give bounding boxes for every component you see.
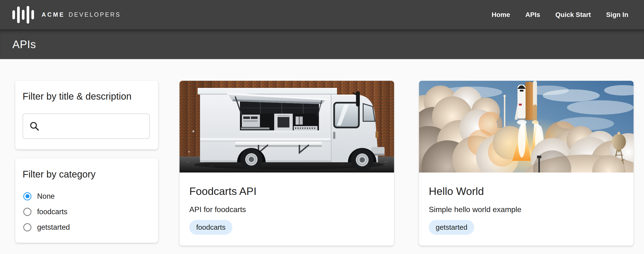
radio-unselected-icon <box>23 208 32 216</box>
api-card-list: Foodcarts API API for foodcarts foodcart… <box>180 81 634 246</box>
radio-label: getstarted <box>37 223 70 232</box>
search-input[interactable] <box>43 115 143 137</box>
api-card-description: API for foodcarts <box>189 205 384 214</box>
food-truck-image <box>180 81 394 173</box>
radio-label: None <box>37 192 55 201</box>
api-card-title: Hello World <box>429 185 624 198</box>
nav-item-quick-start[interactable]: Quick Start <box>555 11 591 19</box>
nav-item-apis[interactable]: APIs <box>525 11 540 19</box>
category-tag: foodcarts <box>189 220 232 235</box>
radio-option-getstarted[interactable]: getstarted <box>22 219 150 235</box>
radio-unselected-icon <box>23 223 32 231</box>
api-card-foodcarts[interactable]: Foodcarts API API for foodcarts foodcart… <box>180 81 394 246</box>
title-filter-card: Filter by title & description <box>15 81 158 149</box>
filters-sidebar: Filter by title & description Filter by … <box>15 81 158 243</box>
category-filter-card: Filter by category None foodcarts getsta… <box>15 159 158 243</box>
main-content: Filter by title & description Filter by … <box>0 59 644 246</box>
radio-selected-icon <box>23 192 32 200</box>
page-title: APIs <box>12 38 36 51</box>
api-card-title: Foodcarts API <box>189 185 384 198</box>
api-card-description: Simple hello world example <box>429 205 624 214</box>
nav-item-home[interactable]: Home <box>492 11 510 19</box>
rocket-launch-image <box>419 81 634 173</box>
category-radio-group: None foodcarts getstarted <box>22 188 150 235</box>
radio-option-none[interactable]: None <box>22 188 150 204</box>
radio-option-foodcarts[interactable]: foodcarts <box>22 204 150 219</box>
category-filter-heading: Filter by category <box>22 169 150 180</box>
api-card-body: Hello World Simple hello world example g… <box>419 173 634 235</box>
nav-links: Home APIs Quick Start Sign In <box>492 11 628 19</box>
equalizer-bars-icon <box>12 5 34 25</box>
brand-suffix: DEVELOPERS <box>69 11 121 18</box>
top-navbar: ACMEDEVELOPERS Home APIs Quick Start Sig… <box>0 0 644 29</box>
search-icon <box>29 121 40 132</box>
brand-logo[interactable]: ACMEDEVELOPERS <box>12 5 121 25</box>
category-tag: getstarted <box>429 220 474 235</box>
api-card-body: Foodcarts API API for foodcarts foodcart… <box>180 173 394 235</box>
brand-name: ACME <box>42 11 65 18</box>
page-header: APIs <box>0 29 644 59</box>
search-box <box>22 113 150 139</box>
title-filter-heading: Filter by title & description <box>22 90 150 102</box>
api-card-hello-world[interactable]: Hello World Simple hello world example g… <box>419 81 634 246</box>
nav-item-sign-in[interactable]: Sign In <box>606 11 628 19</box>
radio-label: foodcarts <box>37 208 68 216</box>
brand-text: ACMEDEVELOPERS <box>42 11 121 18</box>
